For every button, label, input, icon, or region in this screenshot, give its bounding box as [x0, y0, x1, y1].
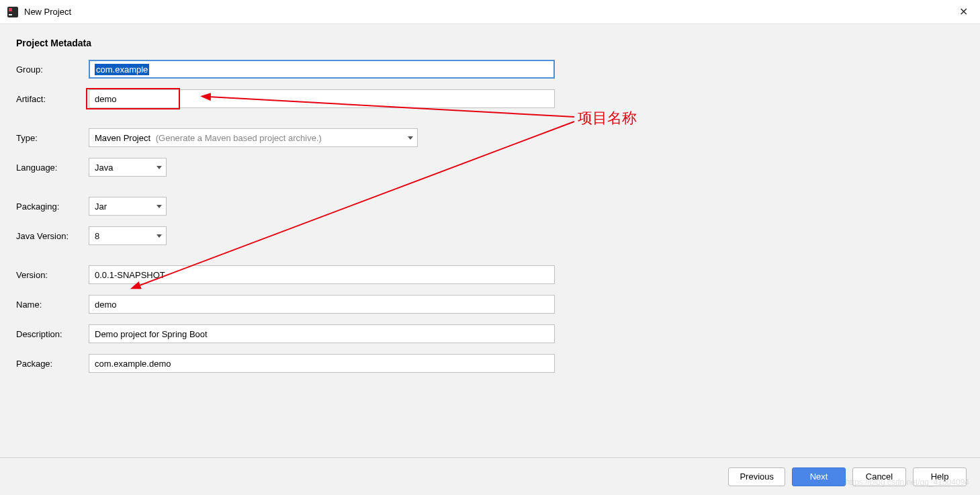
- package-label: Package:: [16, 359, 89, 369]
- name-input[interactable]: [89, 295, 555, 314]
- cancel-button[interactable]: Cancel: [852, 467, 906, 486]
- group-input[interactable]: com.example: [89, 60, 555, 79]
- java-version-label: Java Version:: [16, 231, 89, 241]
- version-label: Version:: [16, 270, 89, 280]
- next-button[interactable]: Next: [792, 467, 846, 486]
- java-version-value: 8: [95, 231, 152, 241]
- titlebar: New Project ✕: [0, 0, 980, 24]
- version-input[interactable]: [89, 265, 555, 284]
- window-title: New Project: [24, 7, 71, 17]
- type-value: Maven Project: [95, 133, 150, 143]
- svg-rect-2: [9, 14, 12, 15]
- chevron-down-icon: [157, 166, 162, 169]
- type-dropdown[interactable]: Maven Project (Generate a Maven based pr…: [89, 128, 418, 147]
- group-label: Group:: [16, 64, 89, 75]
- packaging-dropdown[interactable]: Jar: [89, 197, 167, 216]
- language-dropdown[interactable]: Java: [89, 158, 167, 177]
- previous-button[interactable]: Previous: [728, 467, 785, 486]
- language-value: Java: [95, 163, 152, 173]
- language-label: Language:: [16, 163, 89, 173]
- packaging-value: Jar: [95, 201, 152, 212]
- close-icon[interactable]: ✕: [954, 3, 973, 21]
- package-input[interactable]: [89, 354, 555, 373]
- chevron-down-icon: [157, 234, 162, 238]
- group-value: com.example: [95, 64, 149, 75]
- type-hint: (Generate a Maven based project archive.…: [156, 133, 322, 143]
- description-input[interactable]: [89, 324, 555, 343]
- description-label: Description:: [16, 329, 89, 339]
- help-button[interactable]: Help: [913, 467, 967, 486]
- type-label: Type:: [16, 133, 89, 143]
- intellij-icon: [7, 6, 19, 18]
- packaging-label: Packaging:: [16, 201, 89, 212]
- annotation-text: 项目名称: [578, 108, 637, 128]
- section-title: Project Metadata: [16, 38, 964, 48]
- chevron-down-icon: [157, 205, 162, 208]
- svg-rect-1: [9, 8, 12, 11]
- artifact-input[interactable]: [89, 89, 555, 108]
- content-area: Project Metadata Group: com.example Arti…: [0, 24, 980, 396]
- name-label: Name:: [16, 300, 89, 310]
- footer-buttons: Previous Next Cancel Help: [0, 457, 980, 495]
- artifact-label: Artifact:: [16, 94, 89, 104]
- java-version-dropdown[interactable]: 8: [89, 226, 167, 245]
- chevron-down-icon: [408, 136, 413, 140]
